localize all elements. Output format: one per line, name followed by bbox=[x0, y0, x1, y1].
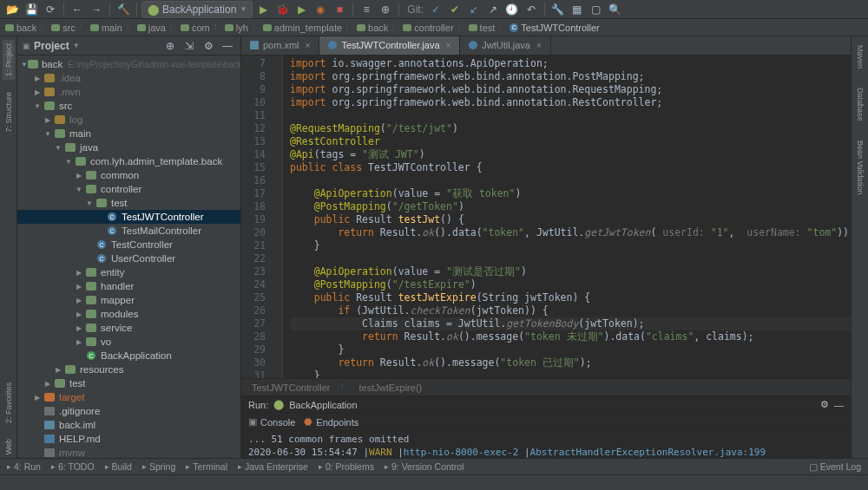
git-check-icon[interactable]: ✓ bbox=[427, 1, 444, 18]
run-title: BackApplication bbox=[289, 400, 357, 410]
hide-icon[interactable]: — bbox=[220, 38, 235, 54]
bottom-tab[interactable]: ▸Build bbox=[105, 461, 132, 472]
tree-node[interactable]: HELP.md bbox=[17, 432, 240, 446]
code-area[interactable]: import io.swagger.annotations.ApiOperati… bbox=[283, 56, 851, 378]
run-hide-icon[interactable]: — bbox=[834, 400, 844, 410]
tree-node[interactable]: CUserController bbox=[17, 252, 240, 265]
coverage-icon[interactable]: ▶ bbox=[293, 1, 310, 18]
crumb-main[interactable]: main bbox=[90, 23, 122, 33]
tool-database[interactable]: Database bbox=[854, 82, 866, 127]
build-icon[interactable]: 🔨 bbox=[115, 1, 132, 18]
open-icon[interactable]: 📂 bbox=[3, 1, 21, 18]
tool-maven[interactable]: Maven bbox=[854, 40, 866, 74]
collapse-icon[interactable]: ⇲ bbox=[181, 38, 197, 54]
profile-icon[interactable]: ◉ bbox=[312, 1, 329, 18]
git-history-icon[interactable]: 🕘 bbox=[503, 1, 521, 18]
main-toolbar: 📂 💾 ⟳ ← → 🔨 ⬤ BackApplication ▼ ▶ 🐞 ▶ ◉ … bbox=[0, 0, 868, 19]
tree-node[interactable]: ▶test bbox=[17, 376, 240, 390]
crumb-back[interactable]: back bbox=[357, 23, 388, 33]
target-icon[interactable]: ⊕ bbox=[377, 1, 394, 18]
event-log[interactable]: ▢Event Log bbox=[809, 461, 861, 472]
tree-node[interactable]: ▼backE:\myProject\myGit\admin-vue-templa… bbox=[17, 57, 240, 71]
tool-bean-validation[interactable]: Bean Validation bbox=[854, 135, 866, 199]
stack-icon[interactable]: ≡ bbox=[358, 1, 375, 18]
project-panel: ▣ Project ▼ ⊕ ⇲ ⚙ — ▼backE:\myProject\my… bbox=[17, 36, 241, 458]
editor-tab[interactable]: TestJWTController.java× bbox=[319, 36, 460, 55]
git-revert-icon[interactable]: ↶ bbox=[523, 1, 540, 18]
project-tree[interactable]: ▼backE:\myProject\myGit\admin-vue-templa… bbox=[17, 56, 240, 458]
tool-favorites[interactable]: 2: Favorites bbox=[3, 379, 15, 427]
tree-node[interactable]: ▼controller bbox=[17, 182, 240, 196]
git-commit-icon[interactable]: ✔ bbox=[446, 1, 464, 18]
bottom-tab[interactable]: ▸Spring bbox=[142, 461, 175, 472]
bottom-tab[interactable]: ▸4: Run bbox=[7, 461, 41, 472]
tree-node[interactable]: ▶handler bbox=[17, 279, 240, 293]
scroll-from-source-icon[interactable]: ⊕ bbox=[162, 38, 178, 54]
run-gear-icon[interactable]: ⚙ bbox=[820, 399, 829, 410]
tree-node[interactable]: ▶resources bbox=[17, 363, 240, 376]
tab-console[interactable]: ▣Console bbox=[248, 416, 295, 428]
tree-node[interactable]: ▶.idea bbox=[17, 71, 240, 85]
editor-tab[interactable]: JwtUtil.java× bbox=[460, 36, 550, 55]
tree-node[interactable]: mvnw bbox=[17, 446, 240, 458]
editor-crumb-method[interactable]: testJwtExpire() bbox=[358, 382, 422, 393]
tree-node[interactable]: ▶common bbox=[17, 168, 240, 182]
git-pull-icon[interactable]: ↙ bbox=[465, 1, 483, 18]
bottom-tab[interactable]: ▸0: Problems bbox=[319, 461, 374, 472]
save-icon[interactable]: 💾 bbox=[23, 1, 40, 18]
tree-node[interactable]: ▼com.lyh.admin_template.back bbox=[17, 154, 240, 168]
tree-node[interactable]: ▶service bbox=[17, 321, 240, 335]
tree-node[interactable]: ▼main bbox=[17, 127, 240, 140]
wrench-icon[interactable]: 🔧 bbox=[549, 1, 567, 18]
run-icon[interactable]: ▶ bbox=[254, 1, 272, 18]
layout-icon[interactable]: ▢ bbox=[588, 1, 605, 18]
git-push-icon[interactable]: ↗ bbox=[484, 1, 502, 18]
tree-node[interactable]: ▶.mvn bbox=[17, 85, 240, 99]
tab-endpoints[interactable]: ⬣Endpoints bbox=[304, 416, 358, 428]
bottom-tab[interactable]: ▸Terminal bbox=[186, 461, 227, 472]
tree-node[interactable]: CBackApplication bbox=[17, 349, 240, 363]
tree-node[interactable]: ▶log bbox=[17, 113, 240, 127]
forward-icon[interactable]: → bbox=[88, 1, 105, 18]
crumb-test[interactable]: test bbox=[469, 23, 496, 33]
crumb-TestJWTController[interactable]: C TestJWTController bbox=[510, 23, 599, 33]
bottom-tab[interactable]: ▸9: Version Control bbox=[385, 461, 464, 472]
tree-node[interactable]: ▶modules bbox=[17, 307, 240, 321]
tree-node[interactable]: ▼test bbox=[17, 196, 240, 210]
run-config-selector[interactable]: ⬤ BackApplication ▼ bbox=[141, 1, 253, 18]
crumb-back[interactable]: back bbox=[5, 23, 36, 33]
crumb-com[interactable]: com bbox=[181, 23, 210, 33]
search-icon[interactable]: 🔍 bbox=[607, 1, 624, 18]
av-icon[interactable]: ▦ bbox=[569, 1, 586, 18]
crumb-controller[interactable]: controller bbox=[403, 23, 453, 33]
tree-node[interactable]: ▶vo bbox=[17, 335, 240, 349]
tool-structure[interactable]: 7: Structure bbox=[3, 88, 15, 136]
tree-node[interactable]: ▶mapper bbox=[17, 293, 240, 307]
bottom-tab[interactable]: ▸6: TODO bbox=[51, 461, 95, 472]
editor-crumb-class[interactable]: TestJWTController bbox=[252, 382, 330, 393]
settings-icon[interactable]: ⚙ bbox=[201, 38, 216, 54]
tool-project[interactable]: 1: Project bbox=[3, 40, 15, 80]
tree-node[interactable]: ▶entity bbox=[17, 265, 240, 279]
tree-node[interactable]: CTestMailController bbox=[17, 224, 240, 238]
tree-node[interactable]: back.iml bbox=[17, 418, 240, 432]
run-output[interactable]: ... 51 common frames omitted 2020-06-30 … bbox=[241, 431, 851, 458]
tree-node[interactable]: ▼java bbox=[17, 140, 240, 154]
debug-icon[interactable]: 🐞 bbox=[273, 1, 291, 18]
back-icon[interactable]: ← bbox=[69, 1, 86, 18]
tree-node[interactable]: ▼src bbox=[17, 99, 240, 113]
editor-tab[interactable]: pom.xml× bbox=[241, 36, 319, 55]
stop-icon[interactable]: ■ bbox=[331, 1, 348, 18]
tree-node[interactable]: CTestJWTController bbox=[17, 210, 240, 224]
crumb-lyh[interactable]: lyh bbox=[225, 23, 248, 33]
tree-node[interactable]: ▶target bbox=[17, 390, 240, 404]
project-title: Project bbox=[34, 40, 69, 52]
tree-node[interactable]: CTestController bbox=[17, 238, 240, 252]
crumb-src[interactable]: src bbox=[51, 23, 76, 33]
crumb-admin_template[interactable]: admin_template bbox=[263, 23, 342, 33]
bottom-tab[interactable]: ▸Java Enterprise bbox=[238, 461, 308, 472]
crumb-java[interactable]: java bbox=[137, 23, 166, 33]
tool-web[interactable]: Web bbox=[3, 435, 15, 458]
refresh-icon[interactable]: ⟳ bbox=[42, 1, 59, 18]
tree-node[interactable]: .gitignore bbox=[17, 404, 240, 418]
